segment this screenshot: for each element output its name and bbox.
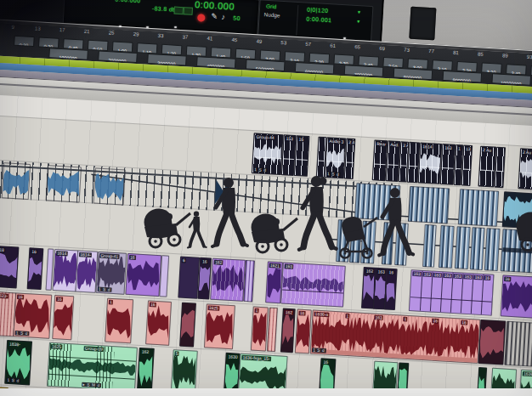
audio-clip[interactable] bbox=[159, 255, 169, 297]
nudge-value-dropdown[interactable]: 0:00.001 bbox=[306, 16, 331, 24]
audio-clip[interactable] bbox=[484, 228, 501, 271]
audio-clip[interactable]: 162 bbox=[210, 258, 246, 302]
clip-name: 1625 bbox=[51, 344, 63, 349]
clip-name: 1623- bbox=[0, 293, 8, 298]
audio-clip[interactable]: 162 bbox=[137, 348, 155, 393]
grid-button[interactable]: Grid bbox=[266, 3, 276, 10]
toolbar-slot bbox=[409, 7, 436, 41]
bar-tick: 17 bbox=[56, 27, 69, 34]
audio-clip[interactable]: 162 bbox=[280, 308, 296, 354]
clip-name: 1621 bbox=[269, 263, 281, 269]
audio-clip[interactable]: 1614 bbox=[53, 249, 79, 292]
audio-clip[interactable]: 16 bbox=[294, 135, 310, 177]
grid-value-dropdown[interactable]: 0|0|120 bbox=[307, 7, 329, 14]
bar-tick: 49 bbox=[252, 38, 265, 45]
clip-name: 162 bbox=[284, 310, 293, 315]
audio-clip[interactable]: 1625 bbox=[204, 303, 235, 349]
audio-clip[interactable]: 1 bbox=[105, 298, 133, 344]
minsec-tick: 3:30 bbox=[481, 63, 502, 74]
clip-name: 13 bbox=[465, 147, 472, 152]
audio-clip[interactable]: 18 bbox=[0, 246, 19, 288]
audio-clip[interactable]: 1614 bbox=[418, 142, 443, 184]
clip-name: 5 bbox=[174, 351, 179, 356]
minsec-tick: 0:50 bbox=[88, 40, 109, 51]
clip-name: 153 bbox=[285, 136, 294, 141]
audio-clip[interactable]: 16 bbox=[145, 300, 172, 346]
pencil-icon[interactable]: ✎ bbox=[211, 12, 218, 20]
minsec-tick: 2:50 bbox=[382, 57, 404, 68]
clip-name: 1636-a bbox=[314, 312, 329, 318]
audio-clip[interactable]: Group-441 S d bbox=[252, 133, 284, 175]
audio-clip[interactable]: 16 bbox=[197, 257, 212, 300]
audio-clip[interactable]: 163 bbox=[280, 262, 346, 307]
minsec-tick: 1:30 bbox=[186, 45, 207, 56]
audio-clip[interactable] bbox=[478, 320, 506, 365]
audio-clip[interactable] bbox=[267, 308, 278, 352]
audio-clip[interactable]: 16 bbox=[52, 295, 74, 340]
audio-clip[interactable]: 16 bbox=[295, 308, 312, 354]
clip-name: 18 bbox=[0, 247, 5, 252]
audio-clip[interactable] bbox=[470, 227, 485, 270]
clip-name: 162 bbox=[214, 260, 224, 265]
audio-clip[interactable] bbox=[422, 224, 437, 268]
audio-clip[interactable]: 161 S d bbox=[13, 292, 52, 338]
clip-name: 16 bbox=[461, 320, 467, 325]
audio-clip[interactable] bbox=[93, 168, 126, 206]
clip-name: 1638- bbox=[523, 371, 532, 376]
audio-clip[interactable]: 13 bbox=[461, 144, 473, 186]
clip-name: Rear bbox=[376, 141, 388, 146]
audio-clip[interactable] bbox=[504, 321, 532, 367]
audio-clip[interactable]: 1838-1 S d bbox=[4, 340, 32, 386]
clip-name: Group-44 bbox=[255, 134, 275, 140]
audio-clip[interactable] bbox=[458, 189, 499, 227]
nudge-value-caret[interactable]: ▾ bbox=[357, 19, 360, 24]
clip-mini-buttons[interactable]: 1 S d bbox=[98, 287, 112, 292]
minsec-tick: 0:20 bbox=[14, 36, 35, 47]
grid-value-caret[interactable]: ▾ bbox=[358, 9, 361, 14]
bar-tick: 45 bbox=[228, 37, 241, 43]
bar-tick: 25 bbox=[105, 30, 117, 37]
audio-clip[interactable]: 6 bbox=[178, 256, 200, 298]
audio-clip[interactable] bbox=[494, 147, 506, 189]
audio-clip[interactable] bbox=[439, 225, 455, 269]
audio-clip[interactable] bbox=[455, 226, 471, 269]
audio-clip[interactable]: 16316316316316316316316 bbox=[409, 269, 495, 316]
audio-clip[interactable]: 16 bbox=[481, 274, 495, 315]
audio-clip[interactable] bbox=[179, 303, 196, 348]
clip-name: 16 bbox=[56, 297, 63, 302]
audio-clip[interactable]: 1625Group-09▸ S M d bbox=[47, 342, 138, 392]
clip-name: 2 Au bbox=[348, 140, 355, 145]
bar-tick: 81 bbox=[450, 49, 462, 56]
clip-name: 1614 bbox=[56, 251, 68, 256]
audio-clip[interactable]: 1614- bbox=[76, 250, 99, 292]
clip-name: 1 bbox=[254, 308, 259, 314]
level-readout: -83.8 db bbox=[152, 5, 177, 13]
bar-tick: 61 bbox=[326, 42, 339, 49]
clip-name: 1630 bbox=[227, 354, 239, 359]
clip-name: 16 bbox=[297, 137, 304, 142]
clip-name: 6 bbox=[182, 258, 187, 263]
bar-tick: 37 bbox=[178, 34, 191, 41]
clip-name: 16 bbox=[129, 255, 136, 260]
clip-name: 1 bbox=[457, 146, 462, 151]
audio-clip[interactable]: 16 bbox=[125, 253, 161, 297]
clip-name: 1838- bbox=[8, 342, 21, 347]
audio-clip[interactable]: 16 bbox=[501, 274, 532, 319]
clip-name: 163 bbox=[284, 264, 293, 269]
clip-mini-buttons[interactable]: 1 S d bbox=[14, 331, 29, 336]
audio-clip[interactable]: 1 bbox=[251, 306, 269, 351]
clip-name: 162 bbox=[365, 269, 374, 274]
clip-mini-buttons[interactable]: 1 S d bbox=[312, 348, 326, 353]
audio-clip[interactable]: 2 Au bbox=[518, 148, 532, 190]
audio-clip[interactable] bbox=[2, 162, 31, 200]
clip-name: 1 bbox=[403, 317, 408, 322]
note-icon[interactable]: ♪ bbox=[221, 13, 225, 21]
audio-clip[interactable] bbox=[243, 260, 255, 303]
clip-mini-buttons[interactable]: 1 S d bbox=[6, 378, 20, 383]
audio-clip[interactable]: 16 bbox=[27, 247, 44, 290]
audio-clip[interactable]: Group-411 S d bbox=[95, 252, 127, 295]
audio-clip[interactable]: 2 Au bbox=[344, 138, 356, 179]
audio-clip[interactable] bbox=[46, 165, 82, 202]
audio-clip[interactable]: 16 bbox=[384, 268, 398, 310]
bar-tick: 93 bbox=[524, 54, 532, 60]
